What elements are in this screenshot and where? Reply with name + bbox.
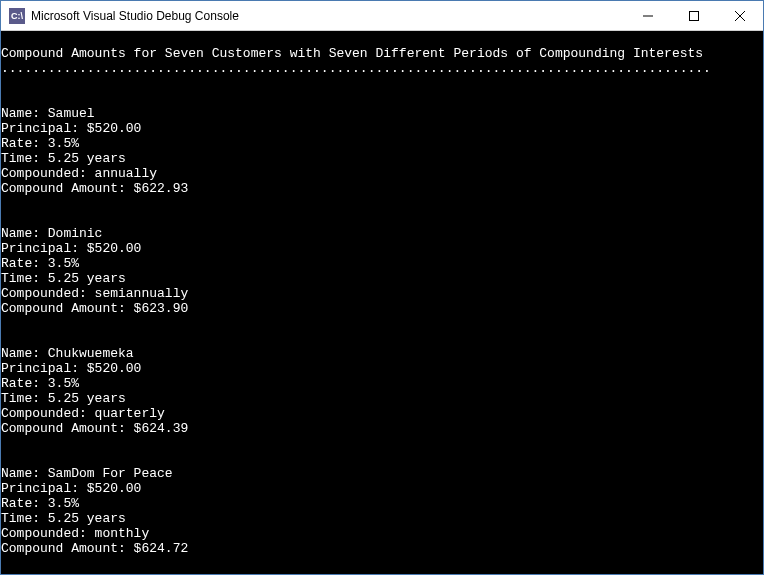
customer-block: Name: SamDom For Peace Principal: $520.0… [1,466,763,556]
amount-line: Compound Amount: $624.39 [1,421,188,436]
console-header-block: Compound Amounts for Seven Customers wit… [1,46,763,76]
minimize-button[interactable] [625,1,671,30]
amount-line: Compound Amount: $623.90 [1,301,188,316]
window-controls [625,1,763,30]
time-line: Time: 5.25 years [1,391,126,406]
minimize-icon [643,11,653,21]
app-icon-label: C:\ [11,11,23,21]
name-line: Name: SamDom For Peace [1,466,173,481]
maximize-button[interactable] [671,1,717,30]
titlebar: C:\ Microsoft Visual Studio Debug Consol… [1,1,763,31]
principal-line: Principal: $520.00 [1,121,141,136]
rate-line: Rate: 3.5% [1,136,79,151]
customer-block: Name: Chukwuemeka Principal: $520.00 Rat… [1,346,763,436]
app-icon: C:\ [9,8,25,24]
time-line: Time: 5.25 years [1,511,126,526]
amount-line: Compound Amount: $622.93 [1,181,188,196]
rate-line: Rate: 3.5% [1,256,79,271]
compounded-line: Compounded: annually [1,166,157,181]
principal-line: Principal: $520.00 [1,361,141,376]
svg-rect-1 [690,11,699,20]
console-output: Compound Amounts for Seven Customers wit… [1,31,763,574]
compounded-line: Compounded: quarterly [1,406,165,421]
name-line: Name: Chukwuemeka [1,346,134,361]
window-title: Microsoft Visual Studio Debug Console [31,9,625,23]
time-line: Time: 5.25 years [1,151,126,166]
console-header: Compound Amounts for Seven Customers wit… [1,46,703,61]
rate-line: Rate: 3.5% [1,496,79,511]
time-line: Time: 5.25 years [1,271,126,286]
principal-line: Principal: $520.00 [1,481,141,496]
close-button[interactable] [717,1,763,30]
customer-block: Name: Samuel Principal: $520.00 Rate: 3.… [1,106,763,196]
name-line: Name: Samuel [1,106,95,121]
name-line: Name: Dominic [1,226,102,241]
console-separator: ........................................… [1,61,711,76]
compounded-line: Compounded: monthly [1,526,149,541]
customer-block: Name: Dominic Principal: $520.00 Rate: 3… [1,226,763,316]
rate-line: Rate: 3.5% [1,376,79,391]
amount-line: Compound Amount: $624.72 [1,541,188,556]
close-icon [735,11,745,21]
principal-line: Principal: $520.00 [1,241,141,256]
customers-container: Name: Samuel Principal: $520.00 Rate: 3.… [1,106,763,556]
compounded-line: Compounded: semiannually [1,286,188,301]
maximize-icon [689,11,699,21]
